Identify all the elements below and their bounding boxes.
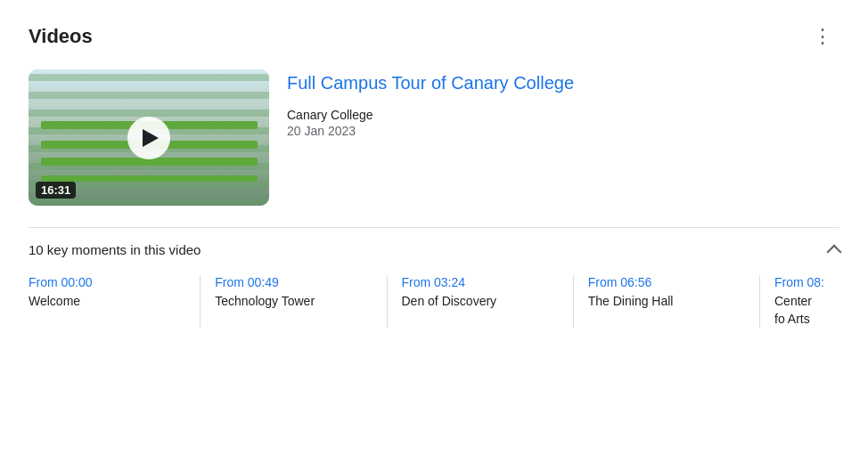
video-thumbnail[interactable]: 16:31 <box>29 69 269 206</box>
key-moments-header: 10 key moments in this video <box>29 227 839 275</box>
play-button[interactable] <box>127 117 170 159</box>
video-card: 16:31 Full Campus Tour of Canary College… <box>29 69 839 206</box>
play-icon <box>143 129 159 147</box>
moment-item: From 03:24 Den of Discovery <box>387 275 573 328</box>
video-title[interactable]: Full Campus Tour of Canary College <box>287 73 574 93</box>
moment-item: From 00:00 Welcome <box>29 275 200 328</box>
moment-label: Welcome <box>29 293 185 311</box>
moment-timestamp[interactable]: From 00:49 <box>215 275 372 289</box>
video-channel: Canary College <box>287 108 574 122</box>
moment-label: The Dining Hall <box>588 293 745 311</box>
moment-label: Den of Discovery <box>402 293 559 311</box>
moment-label: Center fo Arts <box>774 293 825 328</box>
page-title: Videos <box>29 25 93 48</box>
video-duration: 16:31 <box>36 182 76 199</box>
moment-label: Technology Tower <box>215 293 372 311</box>
videos-header: Videos ⋮ <box>29 21 839 52</box>
moment-item: From 00:49 Technology Tower <box>200 275 386 328</box>
video-date: 20 Jan 2023 <box>287 124 574 138</box>
moments-list: From 00:00 Welcome From 00:49 Technology… <box>29 275 839 328</box>
collapse-icon[interactable] <box>827 244 842 259</box>
moment-timestamp[interactable]: From 03:24 <box>402 275 559 289</box>
more-options-icon[interactable]: ⋮ <box>806 21 839 52</box>
moment-item-partial: From 08: Center fo Arts <box>759 275 839 328</box>
key-moments-summary: 10 key moments in this video <box>29 242 201 257</box>
moment-timestamp[interactable]: From 08: <box>774 275 825 289</box>
moment-timestamp[interactable]: From 06:56 <box>588 275 745 289</box>
moment-timestamp[interactable]: From 00:00 <box>29 275 185 289</box>
moment-item: From 06:56 The Dining Hall <box>573 275 759 328</box>
video-info: Full Campus Tour of Canary College Canar… <box>287 69 574 206</box>
